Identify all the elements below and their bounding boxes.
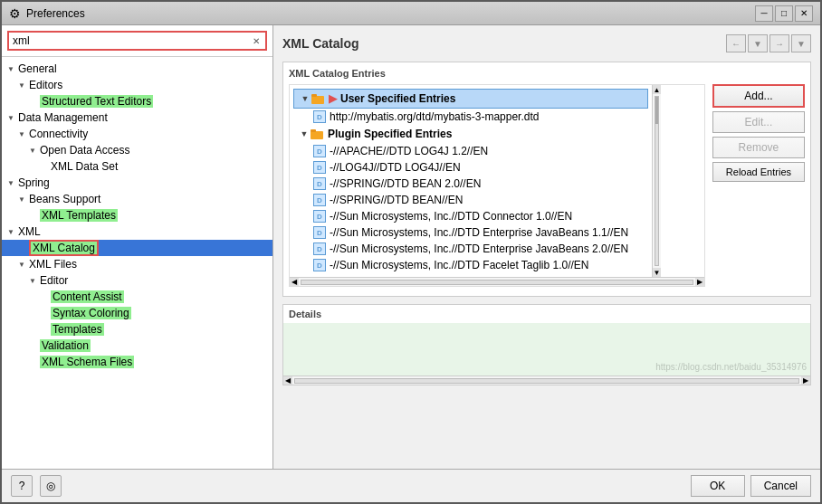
tree-item-syntax-coloring[interactable]: Syntax Coloring [2,305,272,321]
cancel-button[interactable]: Cancel [750,475,811,497]
tree-item-open-data-access[interactable]: ▼ Open Data Access [2,142,272,158]
label-xml-schema-files: XML Schema Files [38,356,134,368]
window-title: Preferences [26,7,85,20]
hscroll-track[interactable] [301,280,693,285]
main-content: ✕ ▼ General ▼ Editors [2,25,820,469]
label-bs: Beans Support [27,193,100,205]
catalog-item-plugin-specified[interactable]: ▼ Plugin Specified Entries [293,125,648,143]
catalog-item-sun-4[interactable]: D -//Sun Microsystems, Inc.//DTD Facelet… [293,257,648,273]
reload-button[interactable]: Reload Entries [712,162,805,182]
footer-left: ? ◎ [11,475,62,497]
catalog-row: ▼ ▶ User Specified Entries [289,84,805,287]
arrow-oda: ▼ [27,147,38,155]
arrow-editor: ▼ [27,277,38,285]
arrow-sc [38,309,49,318]
arrow-tpl [38,326,49,334]
page-title: XML Catalog [282,36,359,51]
tree-item-structured-text-editors[interactable]: Structured Text Editors [2,93,272,109]
tree-item-xml-catalog[interactable]: XML Catalog [2,240,272,256]
details-hscroll-track[interactable] [294,378,799,384]
catalog-item-sun-1[interactable]: D -//Sun Microsystems, Inc.//DTD Connect… [293,208,648,224]
label-plugin-specified: Plugin Specified Entries [328,128,452,140]
tree-item-beans-support[interactable]: ▼ Beans Support [2,191,272,207]
catalog-item-sun-2[interactable]: D -//Sun Microsystems, Inc.//DTD Enterpr… [293,224,648,241]
search-clear-button[interactable]: ✕ [251,36,262,46]
title-bar: ⚙ Preferences ─ □ ✕ [2,2,820,25]
catalog-content[interactable]: ▼ ▶ User Specified Entries [289,84,705,287]
footer-right: OK Cancel [691,475,811,497]
tree-item-connectivity[interactable]: ▼ Connectivity [2,126,272,142]
tree-item-xml-templates-spring[interactable]: XML Templates [2,207,272,223]
arrow-indicator: ▶ [329,92,337,105]
label-xds: XML Data Set [49,160,118,173]
vscroll-track[interactable] [655,96,659,266]
tree-item-general[interactable]: ▼ General [2,61,272,77]
label-sc: Syntax Coloring [49,307,131,319]
tree-item-xml[interactable]: ▼ XML [2,223,272,240]
nav-dropdown-button[interactable]: ▼ [748,34,768,52]
nav-menu-button[interactable]: ▼ [791,34,811,52]
label-spring: Spring [16,176,50,189]
doc-icon-4: D [313,194,326,206]
label-connectivity: Connectivity [27,128,88,140]
arrow-val [27,342,38,350]
arrow-ca [38,293,49,301]
tree-item-data-management[interactable]: ▼ Data Management [2,109,272,126]
doc-icon-2: D [313,161,326,174]
label-sun-1: -//Sun Microsystems, Inc.//DTD Connector… [330,210,572,223]
label-sun-3: -//Sun Microsystems, Inc.//DTD Enterpris… [330,242,628,255]
nav-forward-button[interactable]: → [769,34,789,52]
tree-container[interactable]: ▼ General ▼ Editors Structured Text Edit… [2,57,272,469]
arrow-bs: ▼ [16,195,27,204]
label-editor: Editor [38,274,68,287]
vscroll-thumb[interactable] [655,97,658,124]
label-ste: Structured Text Editors [38,95,153,108]
tree-item-validation[interactable]: Validation [2,338,272,354]
label-sun-2: -//Sun Microsystems, Inc.//DTD Enterpris… [330,226,628,239]
tree-item-spring[interactable]: ▼ Spring [2,175,272,191]
ok-button[interactable]: OK [691,475,745,497]
tree-item-xml-files[interactable]: ▼ XML Files [2,256,272,272]
minimize-button[interactable]: ─ [755,5,773,22]
close-button[interactable]: ✕ [795,5,813,22]
catalog-item-sun-3[interactable]: D -//Sun Microsystems, Inc.//DTD Enterpr… [293,241,648,257]
doc-icon-mybatis: D [313,110,326,123]
hscrollbar[interactable]: ◀ ▶ [290,277,704,286]
maximize-button[interactable]: □ [775,5,793,22]
catalog-item-log4j-2[interactable]: D -//LOG4J//DTD LOG4J//EN [293,159,648,176]
tree-item-xml-data-set[interactable]: XML Data Set [2,158,272,175]
search-input[interactable] [13,34,251,47]
svg-rect-0 [311,96,324,104]
arrow-xts [27,212,38,220]
tree-item-content-assist[interactable]: Content Assist [2,289,272,305]
catalog-buttons: Add... Edit... Remove Reload Entries [705,84,805,182]
edit-button[interactable]: Edit... [712,111,805,133]
label-spring-2: -//SPRING//DTD BEAN//EN [330,194,463,206]
help-button[interactable]: ? [11,475,33,497]
tree-item-templates[interactable]: Templates [2,321,272,338]
catalog-item-mybatis[interactable]: D http://mybatis.org/dtd/mybatis-3-mappe… [293,109,648,125]
add-button[interactable]: Add... [712,84,805,108]
svg-rect-3 [311,129,316,132]
nav-arrows: ← ▼ → ▼ [726,34,811,52]
catalog-tree: ▼ ▶ User Specified Entries [290,85,652,277]
doc-icon-5: D [313,210,326,223]
details-hscrollbar[interactable]: ◀ ▶ [283,376,810,385]
label-editors: Editors [27,79,62,91]
tree-item-editor[interactable]: ▼ Editor [2,272,272,289]
info-button[interactable]: ◎ [40,475,62,497]
vscrollbar[interactable]: ▲ ▼ [652,85,661,277]
tree-item-editors[interactable]: ▼ Editors [2,77,272,93]
nav-back-button[interactable]: ← [726,34,746,52]
remove-button[interactable]: Remove [712,137,805,158]
label-validation: Validation [38,339,91,352]
search-wrapper: ✕ [7,31,267,51]
catalog-item-user-specified[interactable]: ▼ ▶ User Specified Entries [293,89,648,109]
catalog-item-spring-1[interactable]: D -//SPRING//DTD BEAN 2.0//EN [293,176,648,192]
catalog-item-spring-2[interactable]: D -//SPRING//DTD BEAN//EN [293,192,648,208]
catalog-item-log4j-1[interactable]: D -//APACHE//DTD LOG4J 1.2//EN [293,143,648,159]
tree-item-xml-schema-files[interactable]: XML Schema Files [2,354,272,370]
right-panel: XML Catalog ← ▼ → ▼ XML Catalog Entries [273,25,820,469]
folder-icon-plugin [310,127,324,141]
doc-icon-6: D [313,226,326,239]
